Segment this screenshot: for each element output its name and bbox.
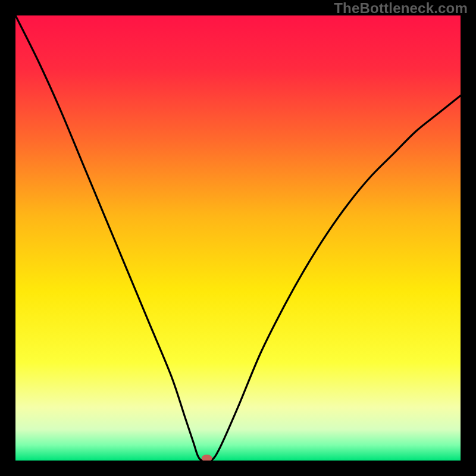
plot-area	[15, 15, 461, 461]
chart-container: TheBottleneck.com	[0, 0, 476, 476]
gradient-background	[15, 15, 461, 461]
watermark-text: TheBottleneck.com	[334, 0, 468, 17]
chart-svg	[15, 15, 461, 461]
